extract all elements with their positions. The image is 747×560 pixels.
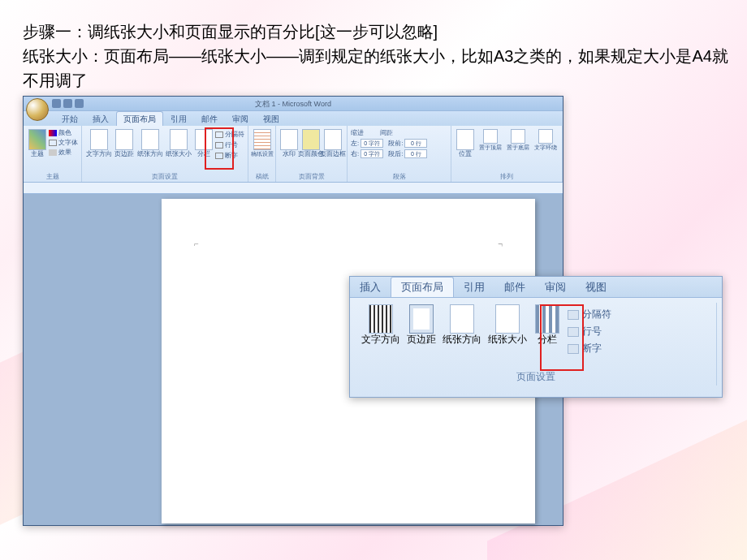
page-corner-mark-left: ⌐ <box>194 239 199 248</box>
qat-redo-icon[interactable] <box>75 99 84 108</box>
group-label-arrange: 排列 <box>455 172 559 181</box>
zoom-tab-page-layout[interactable]: 页面布局 <box>391 277 454 297</box>
ribbon-group-arrange: 位置 置于顶层 置于底层 文字环绕 排列 <box>451 126 563 182</box>
page-color-button[interactable]: 页面颜色 <box>300 128 322 159</box>
tab-insert[interactable]: 插入 <box>85 111 116 126</box>
zoom-columns-icon <box>535 304 559 334</box>
quick-access-toolbar[interactable] <box>52 99 84 108</box>
instruction-line-1: 步骤一：调纸张大小和页面显示的百分比[这一步可以忽略] <box>23 19 731 44</box>
tab-view[interactable]: 视图 <box>256 111 287 126</box>
window-titlebar: 文档 1 - Microsoft Word <box>24 97 563 111</box>
breaks-button[interactable]: 分隔符 <box>215 130 244 139</box>
zoom-breaks-icon <box>568 310 579 320</box>
zoom-breaks-button[interactable]: 分隔符 <box>568 308 611 321</box>
group-label-paragraph: 段落 <box>351 172 447 181</box>
zoom-line-numbers-button[interactable]: 行号 <box>568 325 611 338</box>
tab-home[interactable]: 开始 <box>54 111 85 126</box>
page-borders-icon <box>324 129 342 150</box>
tab-mailings[interactable]: 邮件 <box>194 111 225 126</box>
qat-undo-icon[interactable] <box>63 99 72 108</box>
spacing-before-control[interactable]: 段前:0 行 <box>388 139 427 148</box>
themes-button[interactable]: 主题 <box>27 128 47 159</box>
group-label-manuscript: 稿纸 <box>252 172 272 181</box>
zoom-tab-review[interactable]: 审阅 <box>535 278 576 297</box>
zoom-tab-insert[interactable]: 插入 <box>350 278 391 297</box>
tab-page-layout[interactable]: 页面布局 <box>116 111 163 126</box>
zoom-text-direction-button[interactable]: 文字方向 <box>358 303 404 355</box>
bring-front-button[interactable]: 置于顶层 <box>477 128 503 152</box>
zoom-margins-icon <box>409 304 434 334</box>
ribbon-group-themes: 主题 颜色 文字体 效果 主题 <box>24 126 82 182</box>
ribbon-group-page-setup: 文字方向 页边距 纸张方向 纸张大小 分栏 分隔符 行号 断字 页面设置 <box>82 126 248 182</box>
qat-save-icon[interactable] <box>52 99 61 108</box>
ribbon-tabstrip: 开始 插入 页面布局 引用 邮件 审阅 视图 <box>24 111 563 126</box>
instruction-text: 步骤一：调纸张大小和页面显示的百分比[这一步可以忽略] 纸张大小：页面布局——纸… <box>23 19 731 93</box>
theme-colors-button[interactable]: 颜色 <box>49 128 78 137</box>
zoom-orientation-button[interactable]: 纸张方向 <box>439 303 485 355</box>
bring-front-icon <box>483 129 498 144</box>
horizontal-ruler[interactable] <box>24 183 563 194</box>
zoom-hyphenation-button[interactable]: 断字 <box>568 342 611 355</box>
page-corner-mark-right: ¬ <box>498 239 503 248</box>
text-direction-button[interactable]: 文字方向 <box>85 128 112 159</box>
office-button[interactable] <box>26 98 49 121</box>
orientation-button[interactable]: 纸张方向 <box>136 128 163 159</box>
ribbon-group-page-background: 水印 页面颜色 页面边框 页面背景 <box>276 126 348 182</box>
send-back-icon <box>511 129 525 144</box>
zoom-group-label-page-setup: 页面设置 <box>358 368 713 386</box>
group-label-page-background: 页面背景 <box>279 172 343 181</box>
tab-references[interactable]: 引用 <box>163 111 194 126</box>
manuscript-settings-button[interactable]: 稿纸设置 <box>252 128 272 158</box>
margins-button[interactable]: 页边距 <box>114 128 135 159</box>
orientation-icon <box>141 129 159 150</box>
zoom-columns-button[interactable]: 分栏 <box>530 303 564 355</box>
zoom-line-numbers-icon <box>568 327 579 337</box>
ribbon-page-layout: 主题 颜色 文字体 效果 主题 文字方向 页边距 纸张方向 纸张大小 分栏 分隔… <box>24 126 563 183</box>
manuscript-icon <box>253 129 271 150</box>
position-button[interactable]: 位置 <box>455 128 476 159</box>
margins-icon <box>115 129 133 150</box>
ribbon-group-paragraph: 缩进 间距 左:0 字符 段前:0 行 右:0 字符 段后:0 行 段落 <box>348 126 451 182</box>
line-numbers-button[interactable]: 行号 <box>215 140 244 149</box>
zoom-margins-button[interactable]: 页边距 <box>404 303 439 355</box>
position-icon <box>456 129 474 150</box>
paper-size-icon <box>170 129 188 150</box>
paper-size-button[interactable]: 纸张大小 <box>166 128 192 159</box>
page-color-icon <box>302 129 320 150</box>
text-wrap-button[interactable]: 文字环绕 <box>533 128 559 152</box>
text-direction-icon <box>90 129 108 150</box>
theme-fonts-button[interactable]: 文字体 <box>49 138 78 147</box>
group-label-themes: 主题 <box>27 172 78 181</box>
zoom-tab-view[interactable]: 视图 <box>576 278 616 297</box>
zoom-text-direction-icon <box>369 304 393 334</box>
tab-review[interactable]: 审阅 <box>225 111 256 126</box>
page-borders-button[interactable]: 页面边框 <box>323 128 344 159</box>
theme-effects-button[interactable]: 效果 <box>49 148 78 157</box>
zoom-tab-mailings[interactable]: 邮件 <box>494 278 535 297</box>
window-title: 文档 1 - Microsoft Word <box>255 100 331 108</box>
ribbon-group-manuscript: 稿纸设置 稿纸 <box>248 126 276 182</box>
zoom-tabstrip: 插入 页面布局 引用 邮件 审阅 视图 <box>350 277 722 298</box>
spacing-after-control[interactable]: 段后:0 行 <box>388 149 427 158</box>
themes-icon <box>28 129 46 150</box>
watermark-button[interactable]: 水印 <box>279 128 299 159</box>
zoom-inset-ribbon: 插入 页面布局 引用 邮件 审阅 视图 文字方向 页边距 纸张方向 <box>349 276 723 398</box>
indent-left-control[interactable]: 左:0 字符 <box>351 139 383 148</box>
instruction-line-2: 纸张大小：页面布局——纸张大小——调到规定的纸张大小，比如A3之类的，如果规定大… <box>23 44 731 93</box>
zoom-paper-size-button[interactable]: 纸张大小 <box>485 303 530 355</box>
send-back-button[interactable]: 置于底层 <box>505 128 531 152</box>
zoom-tab-references[interactable]: 引用 <box>454 278 494 297</box>
watermark-icon <box>280 129 298 150</box>
group-label-page-setup: 页面设置 <box>85 172 244 181</box>
zoom-paper-size-icon <box>495 304 520 334</box>
zoom-hyphenation-icon <box>568 344 579 354</box>
indent-right-control[interactable]: 右:0 字符 <box>351 149 383 158</box>
columns-button[interactable]: 分栏 <box>194 128 214 159</box>
columns-icon <box>195 129 213 150</box>
text-wrap-icon <box>538 129 553 144</box>
zoom-orientation-icon <box>450 304 474 334</box>
hyphenation-button[interactable]: 断字 <box>215 151 244 160</box>
